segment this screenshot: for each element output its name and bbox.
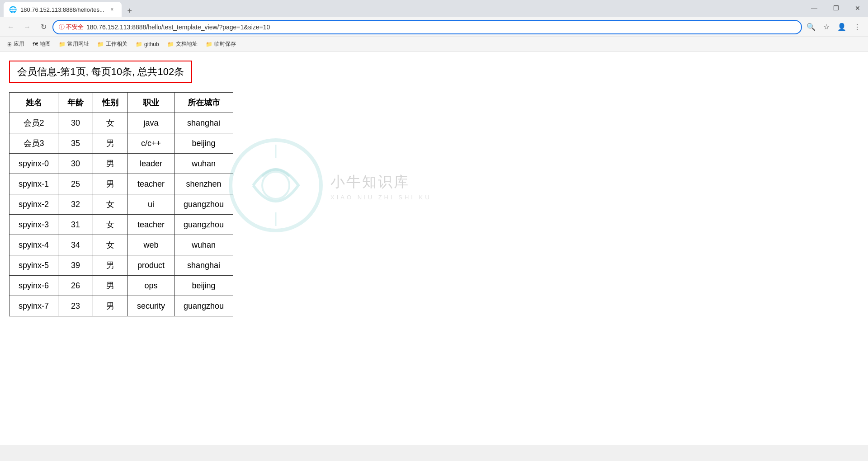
bookmark-label: 文档地址 bbox=[176, 40, 198, 48]
back-button[interactable]: ← bbox=[4, 20, 18, 34]
table-cell: web bbox=[128, 235, 175, 255]
table-row: 会员230女javashanghai bbox=[9, 113, 233, 133]
table-cell: 男 bbox=[93, 296, 128, 316]
bookmark-icon: 📁 bbox=[167, 41, 174, 47]
table-cell: spyinx-4 bbox=[9, 235, 58, 255]
table-cell: beijing bbox=[175, 133, 233, 154]
tab-close-button[interactable]: × bbox=[108, 5, 116, 14]
table-row: spyinx-125男teachershenzhen bbox=[9, 174, 233, 194]
bookmark-item[interactable]: 📁github bbox=[132, 40, 163, 49]
table-cell: wuhan bbox=[175, 235, 233, 255]
table-cell: 32 bbox=[58, 194, 93, 215]
table-cell: 30 bbox=[58, 113, 93, 133]
bookmark-label: 地图 bbox=[40, 40, 51, 48]
account-icon[interactable]: 👤 bbox=[835, 20, 849, 34]
table-cell: shenzhen bbox=[175, 174, 233, 194]
table-cell: java bbox=[128, 113, 175, 133]
table-cell: 女 bbox=[93, 194, 128, 215]
table-row: 会员335男c/c++beijing bbox=[9, 133, 233, 154]
navigation-bar: ← → ↻ ⓘ 不安全 🔍 ☆ 👤 ⋮ bbox=[0, 17, 868, 37]
nav-right-icons: 🔍 ☆ 👤 ⋮ bbox=[804, 20, 864, 34]
table-row: spyinx-434女webwuhan bbox=[9, 235, 233, 255]
bookmark-label: 工作相关 bbox=[106, 40, 127, 48]
bookmark-item[interactable]: ⊞应用 bbox=[4, 39, 28, 49]
table-cell: 女 bbox=[93, 215, 128, 235]
table-cell: 35 bbox=[58, 133, 93, 154]
bookmark-item[interactable]: 📁临时保存 bbox=[202, 39, 240, 49]
table-cell: 26 bbox=[58, 276, 93, 296]
table-cell: security bbox=[128, 296, 175, 316]
table-cell: 25 bbox=[58, 174, 93, 194]
search-icon[interactable]: 🔍 bbox=[804, 20, 818, 34]
menu-icon[interactable]: ⋮ bbox=[850, 20, 864, 34]
table-row: spyinx-723男securityguangzhou bbox=[9, 296, 233, 316]
table-cell: guangzhou bbox=[175, 194, 233, 215]
table-cell: shanghai bbox=[175, 255, 233, 276]
bookmark-item[interactable]: 📁常用网址 bbox=[55, 39, 93, 49]
table-cell: product bbox=[128, 255, 175, 276]
header-city: 所在城市 bbox=[175, 93, 233, 113]
table-cell: 男 bbox=[93, 255, 128, 276]
table-cell: spyinx-1 bbox=[9, 174, 58, 194]
bookmark-icon: 📁 bbox=[97, 41, 104, 47]
page-title: 会员信息-第1页, 每页10条, 总共102条 bbox=[17, 66, 184, 77]
tab-favicon: 🌐 bbox=[9, 6, 17, 13]
address-bar[interactable]: ⓘ 不安全 bbox=[52, 20, 802, 34]
tab-title: 180.76.152.113:8888/hello/tes... bbox=[20, 6, 104, 13]
table-cell: spyinx-7 bbox=[9, 296, 58, 316]
page-title-box: 会员信息-第1页, 每页10条, 总共102条 bbox=[9, 61, 192, 83]
table-cell: 23 bbox=[58, 296, 93, 316]
table-cell: 31 bbox=[58, 215, 93, 235]
table-cell: teacher bbox=[128, 174, 175, 194]
bookmark-star-icon[interactable]: ☆ bbox=[819, 20, 834, 34]
table-cell: spyinx-0 bbox=[9, 154, 58, 174]
bookmark-icon: 📁 bbox=[59, 41, 66, 47]
table-row: spyinx-232女uiguangzhou bbox=[9, 194, 233, 215]
minimize-button[interactable]: — bbox=[804, 0, 825, 16]
refresh-button[interactable]: ↻ bbox=[36, 20, 51, 34]
bookmark-label: 应用 bbox=[14, 40, 24, 48]
table-cell: wuhan bbox=[175, 154, 233, 174]
table-cell: teacher bbox=[128, 215, 175, 235]
table-cell: 会员2 bbox=[9, 113, 58, 133]
table-cell: 39 bbox=[58, 255, 93, 276]
bookmark-label: github bbox=[144, 41, 159, 47]
table-row: spyinx-331女teacherguangzhou bbox=[9, 215, 233, 235]
bookmark-item[interactable]: 📁工作相关 bbox=[94, 39, 131, 49]
address-input[interactable] bbox=[86, 24, 796, 31]
table-row: spyinx-626男opsbeijing bbox=[9, 276, 233, 296]
table-cell: guangzhou bbox=[175, 215, 233, 235]
forward-button[interactable]: → bbox=[20, 20, 34, 34]
bookmark-icon: ⊞ bbox=[7, 41, 12, 47]
table-row: spyinx-030男leaderwuhan bbox=[9, 154, 233, 174]
table-cell: spyinx-2 bbox=[9, 194, 58, 215]
close-button[interactable]: ✕ bbox=[847, 0, 868, 16]
table-cell: beijing bbox=[175, 276, 233, 296]
table-cell: ui bbox=[128, 194, 175, 215]
page-content: 会员信息-第1页, 每页10条, 总共102条 姓名 年龄 性别 职业 所在城市… bbox=[0, 52, 868, 445]
table-cell: spyinx-5 bbox=[9, 255, 58, 276]
bookmark-label: 常用网址 bbox=[67, 40, 89, 48]
header-gender: 性别 bbox=[93, 93, 128, 113]
table-cell: 女 bbox=[93, 113, 128, 133]
members-table: 姓名 年龄 性别 职业 所在城市 会员230女javashanghai会员335… bbox=[9, 92, 233, 316]
table-cell: spyinx-6 bbox=[9, 276, 58, 296]
bookmark-icon: 📁 bbox=[136, 41, 142, 47]
bookmark-item[interactable]: 📁文档地址 bbox=[164, 39, 201, 49]
table-cell: 男 bbox=[93, 174, 128, 194]
active-tab[interactable]: 🌐 180.76.152.113:8888/hello/tes... × bbox=[4, 2, 122, 17]
table-row: spyinx-539男productshanghai bbox=[9, 255, 233, 276]
maximize-button[interactable]: ❐ bbox=[826, 0, 846, 16]
table-cell: 男 bbox=[93, 154, 128, 174]
header-job: 职业 bbox=[128, 93, 175, 113]
new-tab-button[interactable]: + bbox=[123, 5, 136, 17]
bookmark-item[interactable]: 🗺地图 bbox=[29, 39, 54, 49]
table-cell: 男 bbox=[93, 133, 128, 154]
bookmark-icon: 📁 bbox=[206, 41, 212, 47]
info-icon: ⓘ bbox=[59, 23, 65, 31]
table-header-row: 姓名 年龄 性别 职业 所在城市 bbox=[9, 93, 233, 113]
table-cell: ops bbox=[128, 276, 175, 296]
table-cell: spyinx-3 bbox=[9, 215, 58, 235]
table-cell: c/c++ bbox=[128, 133, 175, 154]
table-cell: 34 bbox=[58, 235, 93, 255]
